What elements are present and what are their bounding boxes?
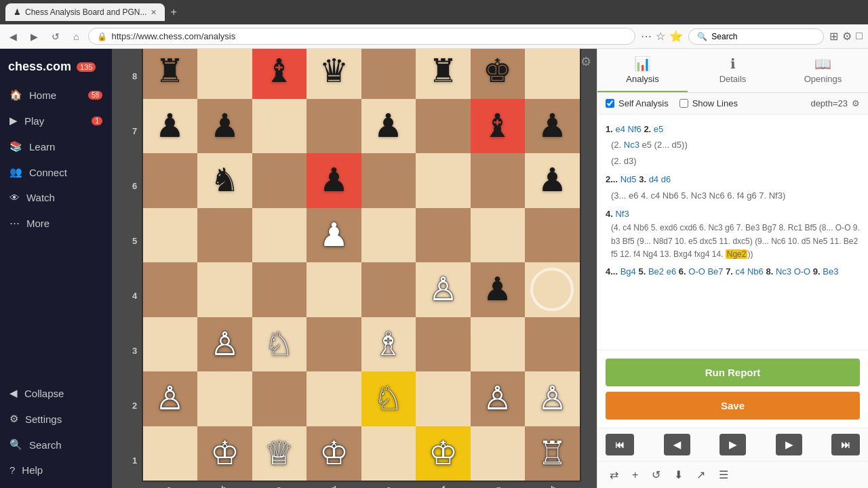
menu-dots-icon[interactable]: ⋯ — [641, 30, 652, 43]
square-d6[interactable]: ♟ — [307, 153, 361, 208]
square-b6[interactable]: ♞ — [197, 153, 252, 208]
sidebar-item-home[interactable]: 🏠 Home 58 — [0, 82, 112, 108]
square-h4[interactable] — [525, 262, 580, 317]
square-c5[interactable] — [252, 208, 307, 263]
square-g3[interactable] — [471, 317, 526, 372]
square-f6[interactable] — [416, 153, 471, 208]
square-d7[interactable] — [307, 99, 361, 154]
square-d5[interactable]: ♟ — [307, 208, 361, 263]
share-button[interactable]: ↗ — [692, 466, 709, 484]
square-c3[interactable]: ♘ — [252, 317, 307, 372]
square-e1[interactable] — [361, 426, 416, 481]
browser-search-box[interactable]: 🔍 Search — [688, 28, 824, 45]
square-d8[interactable]: ♛ — [307, 49, 361, 99]
square-d2[interactable] — [307, 371, 361, 426]
show-lines-checkbox[interactable]: Show Lines — [679, 98, 738, 108]
square-a4[interactable] — [143, 262, 198, 317]
square-a7[interactable]: ♟ — [143, 99, 198, 154]
sidebar-item-search[interactable]: 🔍 Search — [0, 432, 112, 458]
flip-board-button[interactable]: ⇄ — [606, 466, 623, 484]
depth-settings-icon[interactable]: ⚙ — [852, 98, 860, 108]
square-c7[interactable] — [252, 99, 307, 154]
square-d3[interactable] — [307, 317, 361, 372]
square-a8[interactable]: ♜ — [143, 49, 198, 99]
square-g8[interactable]: ♚ — [471, 49, 526, 99]
square-c2[interactable] — [252, 371, 307, 426]
sidebar-item-play[interactable]: ▶ Play 1 — [0, 108, 112, 134]
square-b4[interactable] — [197, 262, 252, 317]
download-button[interactable]: ⬇ — [670, 466, 687, 484]
show-lines-input[interactable] — [679, 99, 688, 108]
square-c4[interactable] — [252, 262, 307, 317]
address-bar[interactable]: 🔒 https://www.chess.com/analysis — [88, 28, 635, 45]
run-report-button[interactable]: Run Report — [606, 359, 860, 386]
back-button[interactable]: ◀ — [5, 28, 21, 45]
tab-openings[interactable]: 📖 Openings — [778, 49, 868, 92]
browser-tab[interactable]: ♟ Chess Analysis Board and PGN... ✕ — [5, 3, 165, 21]
sidebar-item-help[interactable]: ? Help — [0, 458, 112, 483]
square-f5[interactable] — [416, 208, 471, 263]
sidebar-item-connect[interactable]: 👥 Connect — [0, 159, 112, 185]
square-a3[interactable] — [143, 317, 198, 372]
square-h8[interactable] — [525, 49, 580, 99]
self-analysis-checkbox[interactable]: Self Analysis — [606, 98, 669, 108]
square-b3[interactable]: ♙ — [197, 317, 252, 372]
nav-last-button[interactable]: ⏭ — [831, 434, 860, 455]
new-tab-button[interactable]: + — [170, 6, 176, 18]
refresh-button[interactable]: ↺ — [47, 28, 64, 45]
maximize-icon[interactable]: □ — [856, 30, 863, 43]
square-h7[interactable]: ♟ — [525, 99, 580, 154]
square-g2[interactable]: ♙ — [471, 371, 526, 426]
self-analysis-input[interactable] — [606, 99, 614, 108]
square-f8[interactable]: ♜ — [416, 49, 471, 99]
square-e3[interactable]: ♗ — [361, 317, 416, 372]
nav-next-button[interactable]: ▶ — [776, 434, 802, 455]
moves-area[interactable]: 1. e4 Nf6 2. e5 (2. Nc3 e5 (2... d5)) (2… — [597, 115, 868, 350]
sidebar-item-settings[interactable]: ⚙ Settings — [0, 406, 112, 432]
nav-first-button[interactable]: ⏮ — [606, 434, 634, 455]
forward-button[interactable]: ▶ — [26, 28, 42, 45]
square-h5[interactable] — [525, 208, 580, 263]
extensions-icon[interactable]: ⊞ — [829, 30, 838, 43]
sidebar-item-collapse[interactable]: ◀ Collapse — [0, 380, 112, 406]
square-h2[interactable]: ♙ — [525, 371, 580, 426]
square-b8[interactable] — [197, 49, 252, 99]
square-c6[interactable] — [252, 153, 307, 208]
menu-button[interactable]: ☰ — [715, 466, 732, 484]
star-icon[interactable]: ⭐ — [669, 30, 683, 43]
nav-prev-button[interactable]: ◀ — [664, 434, 690, 455]
square-f7[interactable] — [416, 99, 471, 154]
square-e2[interactable]: ♘ — [361, 371, 416, 426]
square-a2[interactable]: ♙ — [143, 371, 198, 426]
square-g4[interactable]: ♟ — [471, 262, 526, 317]
board-settings-button[interactable]: ⚙ — [580, 54, 591, 69]
chess-board[interactable]: ♜♝♛♜♚♟♟♟♝♟♞♟♟♟♙♟♙♘♗♙♘♙♙♔♕♔♔♖ — [142, 49, 581, 482]
square-c8[interactable]: ♝ — [252, 49, 307, 99]
square-a6[interactable] — [143, 153, 198, 208]
square-d1[interactable]: ♔ — [307, 426, 361, 481]
square-d4[interactable] — [307, 262, 361, 317]
square-a5[interactable] — [143, 208, 198, 263]
square-f2[interactable] — [416, 371, 471, 426]
home-button[interactable]: ⌂ — [69, 28, 83, 45]
square-b1[interactable]: ♔ — [197, 426, 252, 481]
nav-play-button[interactable]: ▶ — [719, 434, 746, 455]
bookmark-icon[interactable]: ☆ — [656, 30, 665, 43]
square-g6[interactable] — [471, 153, 526, 208]
tab-close-button[interactable]: ✕ — [151, 8, 157, 17]
square-h3[interactable] — [525, 317, 580, 372]
square-h1[interactable]: ♖ — [525, 426, 580, 481]
square-g5[interactable] — [471, 208, 526, 263]
square-g1[interactable] — [471, 426, 526, 481]
settings-icon[interactable]: ⚙ — [842, 30, 852, 43]
square-h6[interactable]: ♟ — [525, 153, 580, 208]
square-b2[interactable] — [197, 371, 252, 426]
square-f3[interactable] — [416, 317, 471, 372]
square-f1[interactable]: ♔ — [416, 426, 471, 481]
square-b5[interactable] — [197, 208, 252, 263]
square-e4[interactable] — [361, 262, 416, 317]
square-f4[interactable]: ♙ — [416, 262, 471, 317]
square-e8[interactable] — [361, 49, 416, 99]
square-e6[interactable] — [361, 153, 416, 208]
square-e5[interactable] — [361, 208, 416, 263]
